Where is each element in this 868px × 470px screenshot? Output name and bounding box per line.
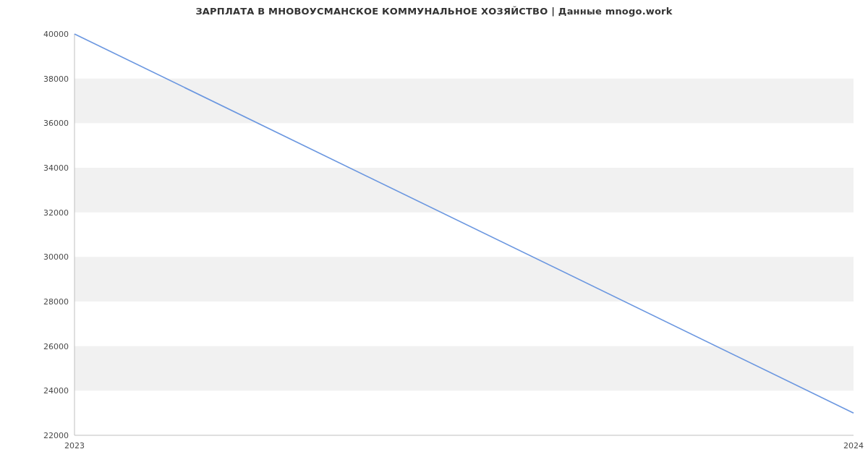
y-tick-label: 38000 xyxy=(43,74,69,84)
y-tick-label: 28000 xyxy=(43,297,69,307)
y-tick-label: 32000 xyxy=(43,208,69,218)
y-tick-label: 22000 xyxy=(43,431,69,440)
grid-band xyxy=(75,257,854,302)
grid-band xyxy=(75,346,854,391)
x-tick-label: 2024 xyxy=(843,441,864,450)
y-tick-label: 26000 xyxy=(43,342,69,351)
chart-container: ЗАРПЛАТА В МНОВОУСМАНСКОЕ КОММУНАЛЬНОЕ Х… xyxy=(0,0,868,470)
grid-band xyxy=(75,79,854,124)
y-tick-label: 36000 xyxy=(43,119,69,128)
chart-svg: 2200024000260002800030000320003400036000… xyxy=(0,0,868,470)
y-tick-label: 30000 xyxy=(43,252,69,262)
x-tick-label: 2023 xyxy=(64,441,85,450)
y-tick-label: 34000 xyxy=(43,163,69,173)
y-tick-label: 40000 xyxy=(43,30,69,39)
y-tick-label: 24000 xyxy=(43,386,69,396)
chart-title: ЗАРПЛАТА В МНОВОУСМАНСКОЕ КОММУНАЛЬНОЕ Х… xyxy=(0,6,868,17)
grid-band xyxy=(75,168,854,213)
